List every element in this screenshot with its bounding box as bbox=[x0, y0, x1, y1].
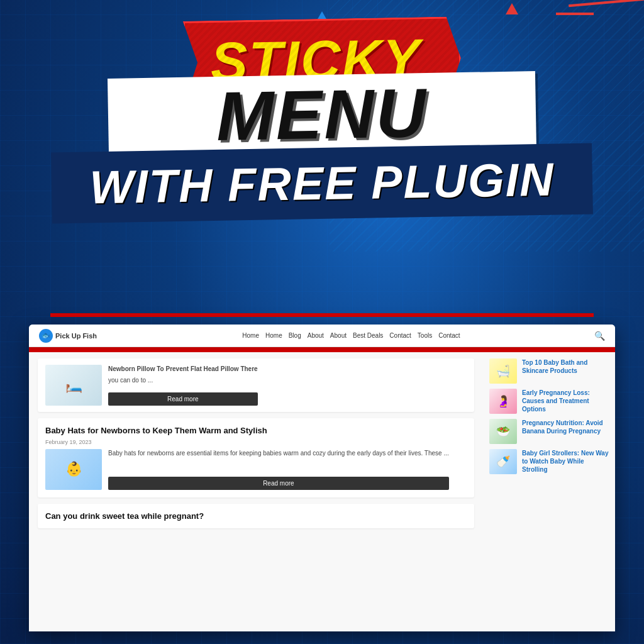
article-card-3: Can you drink sweet tea while pregnant? bbox=[38, 504, 474, 528]
nav-link-contact2[interactable]: Contact bbox=[438, 332, 460, 339]
article-2-content: Baby hats for newborns are essential ite… bbox=[108, 449, 449, 490]
nav-link-tools[interactable]: Tools bbox=[418, 332, 432, 339]
nav-link-contact1[interactable]: Contact bbox=[389, 332, 411, 339]
red-line-2 bbox=[556, 13, 594, 15]
read-more-button-2[interactable]: Read more bbox=[108, 477, 449, 490]
article-1-excerpt: you can do to ... bbox=[108, 376, 258, 387]
nav-bar: 🐟 Pick Up Fish Home Home Blog About Abou… bbox=[29, 325, 615, 347]
nutr-thumb: 🥗 bbox=[489, 419, 517, 444]
nav-link-deals[interactable]: Best Deals bbox=[353, 332, 383, 339]
hero-section: STICKY MENU WITH FREE PLUGIN bbox=[52, 19, 592, 219]
nav-links[interactable]: Home Home Blog About About Best Deals Co… bbox=[108, 332, 594, 339]
article-3-title: Can you drink sweet tea while pregnant? bbox=[45, 511, 467, 521]
sidebar-thumb-4: 🍼 bbox=[489, 449, 517, 474]
article-1-title: Newborn Pillow To Prevent Flat Head Pill… bbox=[108, 365, 258, 376]
nav-link-home2[interactable]: Home bbox=[265, 332, 282, 339]
triangle-decoration bbox=[506, 3, 518, 14]
logo-text: Pick Up Fish bbox=[55, 332, 97, 340]
nav-link-blog[interactable]: Blog bbox=[289, 332, 301, 339]
sidebar-title-2[interactable]: Early Pregnancy Loss: Causes and Treatme… bbox=[522, 389, 609, 413]
sidebar-title-3[interactable]: Pregnancy Nutrition: Avoid Banana During… bbox=[522, 419, 609, 435]
nav-logo: 🐟 Pick Up Fish bbox=[39, 329, 108, 343]
sidebar-item-4: 🍼 Baby Girl Strollers: New Way to Watch … bbox=[489, 449, 609, 474]
nav-link-home1[interactable]: Home bbox=[242, 332, 259, 339]
hat-image: 👶 bbox=[45, 449, 102, 490]
sidebar-thumb-2: 🤰 bbox=[489, 389, 517, 414]
pillow-image: 🛏️ bbox=[45, 365, 102, 406]
sidebar-title-1[interactable]: Top 10 Baby Bath and Skincare Products bbox=[522, 358, 609, 375]
sidebar-thumb-3: 🥗 bbox=[489, 419, 517, 444]
red-separator bbox=[50, 313, 594, 317]
plugin-text: WITH FREE PLUGIN bbox=[89, 153, 555, 214]
plugin-band: WITH FREE PLUGIN bbox=[51, 143, 593, 224]
sidebar-title-4[interactable]: Baby Girl Strollers: New Way to Watch Ba… bbox=[522, 449, 609, 474]
article-2-date: February 19, 2023 bbox=[45, 439, 467, 445]
sidebar-thumb-1: 🛁 bbox=[489, 358, 517, 384]
bath-thumb: 🛁 bbox=[489, 358, 517, 384]
menu-text: MENU bbox=[216, 74, 428, 155]
article-1-content: Newborn Pillow To Prevent Flat Head Pill… bbox=[108, 365, 258, 406]
content-area: 🛏️ Newborn Pillow To Prevent Flat Head P… bbox=[29, 352, 615, 631]
nav-link-about2[interactable]: About bbox=[330, 332, 347, 339]
article-1-image: 🛏️ bbox=[45, 365, 102, 406]
article-card-1: 🛏️ Newborn Pillow To Prevent Flat Head P… bbox=[38, 358, 474, 412]
sidebar-item-1: 🛁 Top 10 Baby Bath and Skincare Products bbox=[489, 358, 609, 384]
article-2-excerpt: Baby hats for newborns are essential ite… bbox=[108, 449, 449, 472]
sticky-highlight-bar bbox=[29, 347, 615, 352]
article-2-body: 👶 Baby hats for newborns are essential i… bbox=[45, 449, 467, 490]
sidebar-column: 🛁 Top 10 Baby Bath and Skincare Products… bbox=[483, 352, 615, 631]
article-card-2: Baby Hats for Newborns to Keep Them Warm… bbox=[38, 418, 474, 497]
sidebar-item-3: 🥗 Pregnancy Nutrition: Avoid Banana Duri… bbox=[489, 419, 609, 444]
nav-search-icon[interactable]: 🔍 bbox=[594, 331, 605, 341]
nav-link-about1[interactable]: About bbox=[308, 332, 324, 339]
read-more-button-1[interactable]: Read more bbox=[108, 392, 258, 406]
article-2-title: Baby Hats for Newborns to Keep Them Warm… bbox=[45, 426, 467, 436]
strol-thumb: 🍼 bbox=[489, 449, 517, 474]
main-column: 🛏️ Newborn Pillow To Prevent Flat Head P… bbox=[29, 352, 483, 631]
article-2-image: 👶 bbox=[45, 449, 102, 490]
preg-thumb: 🤰 bbox=[489, 389, 517, 414]
browser-mockup: 🐟 Pick Up Fish Home Home Blog About Abou… bbox=[29, 325, 615, 631]
sidebar-item-2: 🤰 Early Pregnancy Loss: Causes and Treat… bbox=[489, 389, 609, 414]
logo-icon: 🐟 bbox=[39, 329, 53, 343]
